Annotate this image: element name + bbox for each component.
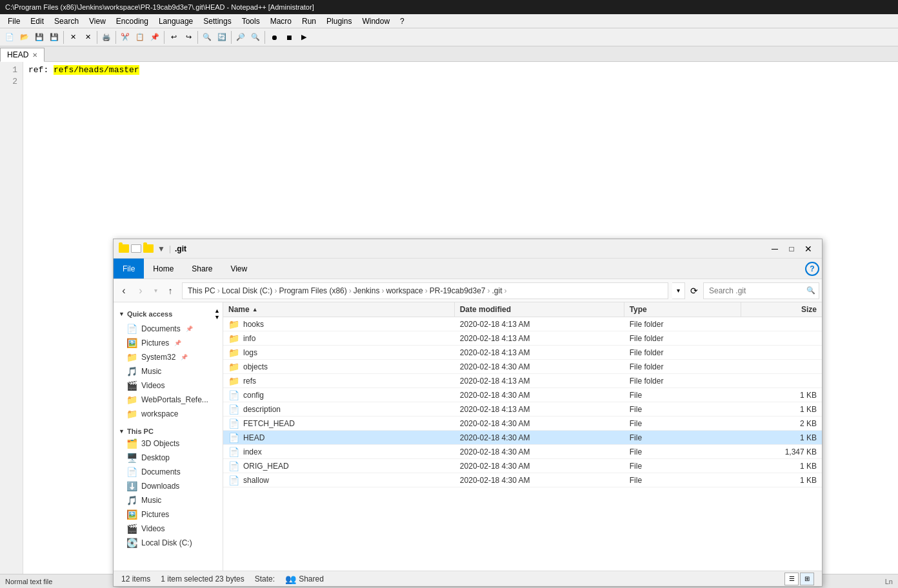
table-row[interactable]: 📄 FETCH_HEAD 2020-02-18 4:30 AM File 2 K… bbox=[223, 416, 822, 431]
pin-icon-2: 📌 bbox=[174, 340, 181, 346]
file-list-header: Name ▲ Date modified Type Size bbox=[223, 302, 822, 317]
view-large-btn[interactable]: ⊞ bbox=[800, 573, 814, 585]
menu-view[interactable]: View bbox=[84, 15, 111, 27]
menu-settings[interactable]: Settings bbox=[198, 15, 236, 27]
col-header-date[interactable]: Date modified bbox=[455, 302, 624, 317]
back-btn[interactable]: ‹ bbox=[116, 283, 132, 299]
sidebar-item-music2[interactable]: 🎵 Music bbox=[114, 493, 223, 507]
toolbar-zoom[interactable]: 🔎 bbox=[234, 30, 248, 44]
ribbon-tab-share[interactable]: Share bbox=[183, 259, 221, 279]
toolbar-copy[interactable]: 📋 bbox=[133, 30, 147, 44]
toolbar-redo[interactable]: ↪ bbox=[181, 30, 195, 44]
explorer-title-text: .git bbox=[175, 244, 186, 253]
toolbar-close[interactable]: ✕ bbox=[66, 30, 80, 44]
sidebar-item-docs[interactable]: 📄 Documents bbox=[114, 465, 223, 479]
menu-encoding[interactable]: Encoding bbox=[111, 15, 154, 27]
file-size-cell: 1,347 KB bbox=[741, 446, 822, 458]
sidebar-item-pictures2[interactable]: 🖼️ Pictures bbox=[114, 507, 223, 522]
recent-btn[interactable]: ▾ bbox=[150, 283, 161, 299]
table-row[interactable]: 📁 logs 2020-02-18 4:13 AM File folder bbox=[223, 346, 822, 360]
menu-plugins[interactable]: Plugins bbox=[321, 15, 357, 27]
file-icon: 📄 bbox=[228, 475, 239, 485]
ribbon-help[interactable]: ? bbox=[805, 262, 819, 276]
forward-btn[interactable]: › bbox=[133, 283, 148, 299]
sidebar-item-3dobjects[interactable]: 🗂️ 3D Objects bbox=[114, 436, 223, 451]
sidebar-item-webportals[interactable]: 📁 WebPortals_Refe... bbox=[114, 393, 223, 407]
toolbar-undo[interactable]: ↩ bbox=[166, 30, 181, 44]
menu-help[interactable]: ? bbox=[395, 15, 410, 27]
sidebar-item-downloads[interactable]: ⬇️ Downloads bbox=[114, 479, 223, 493]
tab-head[interactable]: HEAD ✕ bbox=[0, 48, 45, 62]
table-row[interactable]: 📄 index 2020-02-18 4:30 AM File 1,347 KB bbox=[223, 445, 822, 459]
sidebar-item-localdisk[interactable]: 💽 Local Disk (C:) bbox=[114, 536, 223, 550]
addr-pf: Program Files (x86) bbox=[279, 286, 346, 295]
view-details-btn[interactable]: ☰ bbox=[784, 573, 799, 585]
music-icon: 🎵 bbox=[126, 366, 137, 377]
maximize-btn[interactable]: □ bbox=[783, 242, 800, 256]
menu-run[interactable]: Run bbox=[297, 15, 321, 27]
toolbar-open[interactable]: 📂 bbox=[17, 30, 32, 44]
sidebar-item-system32[interactable]: 📁 System32 📌 bbox=[114, 350, 223, 364]
table-row[interactable]: 📄 ORIG_HEAD 2020-02-18 4:30 AM File 1 KB bbox=[223, 459, 822, 473]
sidebar-item-videos2[interactable]: 🎬 Videos bbox=[114, 522, 223, 536]
file-date-cell: 2020-02-18 4:30 AM bbox=[455, 460, 624, 472]
ribbon-tab-view[interactable]: View bbox=[221, 259, 256, 279]
menu-search[interactable]: Search bbox=[49, 15, 84, 27]
sidebar-item-music[interactable]: 🎵 Music bbox=[114, 364, 223, 378]
file-type-cell: File bbox=[624, 404, 741, 415]
scroll-up-arrow[interactable]: ▲ bbox=[214, 308, 220, 314]
sidebar-item-workspace[interactable]: 📁 workspace bbox=[114, 407, 223, 421]
sidebar-item-videos[interactable]: 🎬 Videos bbox=[114, 378, 223, 393]
sidebar-item-desktop[interactable]: 🖥️ Desktop bbox=[114, 451, 223, 465]
toolbar-save[interactable]: 💾 bbox=[32, 30, 46, 44]
toolbar-macro-rec[interactable]: ⏺ bbox=[267, 30, 281, 44]
col-header-type[interactable]: Type bbox=[624, 302, 741, 317]
close-btn[interactable]: ✕ bbox=[800, 242, 817, 256]
table-row[interactable]: 📄 HEAD 2020-02-18 4:30 AM File 1 KB bbox=[223, 431, 822, 445]
ribbon-tab-file[interactable]: File bbox=[114, 259, 144, 279]
addr-dropdown[interactable]: ▾ bbox=[672, 282, 685, 299]
menu-window[interactable]: Window bbox=[357, 15, 395, 27]
up-btn[interactable]: ↑ bbox=[163, 283, 178, 299]
customize-quick-access: ▼ bbox=[157, 244, 165, 253]
table-row[interactable]: 📄 shallow 2020-02-18 4:30 AM File 1 KB bbox=[223, 473, 822, 487]
sidebar-item-pictures[interactable]: 🖼️ Pictures 📌 bbox=[114, 336, 223, 350]
toolbar-cut[interactable]: ✂️ bbox=[118, 30, 132, 44]
toolbar-replace[interactable]: 🔄 bbox=[215, 30, 229, 44]
menu-language[interactable]: Language bbox=[154, 15, 198, 27]
table-row[interactable]: 📁 info 2020-02-18 4:13 AM File folder bbox=[223, 331, 822, 346]
col-header-size[interactable]: Size bbox=[741, 302, 822, 317]
menu-file[interactable]: File bbox=[3, 15, 25, 27]
minimize-btn[interactable]: ─ bbox=[766, 242, 783, 256]
toolbar-find[interactable]: 🔍 bbox=[200, 30, 214, 44]
toolbar-print[interactable]: 🖨️ bbox=[99, 30, 114, 44]
scroll-down-arrow[interactable]: ▼ bbox=[214, 314, 220, 320]
search-input[interactable] bbox=[703, 282, 819, 299]
menu-edit[interactable]: Edit bbox=[25, 15, 49, 27]
toolbar-macro-stop[interactable]: ⏹ bbox=[282, 30, 296, 44]
toolbar-saveall[interactable]: 💾 bbox=[47, 30, 61, 44]
file-name-cell: 📄 config bbox=[223, 389, 455, 402]
refresh-btn[interactable]: ⟳ bbox=[686, 283, 702, 299]
state-icon: 👥 bbox=[285, 574, 296, 584]
table-row[interactable]: 📁 hooks 2020-02-18 4:13 AM File folder bbox=[223, 317, 822, 331]
toolbar-new[interactable]: 📄 bbox=[3, 30, 17, 44]
menu-macro[interactable]: Macro bbox=[265, 15, 297, 27]
toolbar-zoom-out[interactable]: 🔍 bbox=[248, 30, 263, 44]
table-row[interactable]: 📄 description 2020-02-18 4:13 AM File 1 … bbox=[223, 402, 822, 416]
pin-icon-3: 📌 bbox=[181, 354, 188, 360]
toolbar-paste[interactable]: 📌 bbox=[148, 30, 162, 44]
table-row[interactable]: 📁 refs 2020-02-18 4:13 AM File folder bbox=[223, 374, 822, 388]
table-row[interactable]: 📁 objects 2020-02-18 4:30 AM File folder bbox=[223, 360, 822, 374]
menu-tools[interactable]: Tools bbox=[237, 15, 265, 27]
tab-close-btn[interactable]: ✕ bbox=[32, 52, 37, 59]
sidebar-item-documents[interactable]: 📄 Documents 📌 bbox=[114, 322, 223, 336]
address-bar[interactable]: This PC › Local Disk (C:) › Program File… bbox=[182, 282, 668, 299]
toolbar-macro-play[interactable]: ▶ bbox=[297, 30, 311, 44]
videos2-icon: 🎬 bbox=[126, 524, 137, 534]
file-type-cell: File bbox=[624, 460, 741, 472]
toolbar-closeall[interactable]: ✕ bbox=[81, 30, 95, 44]
table-row[interactable]: 📄 config 2020-02-18 4:30 AM File 1 KB bbox=[223, 388, 822, 402]
col-header-name[interactable]: Name ▲ bbox=[223, 302, 455, 317]
ribbon-tab-home[interactable]: Home bbox=[144, 259, 183, 279]
